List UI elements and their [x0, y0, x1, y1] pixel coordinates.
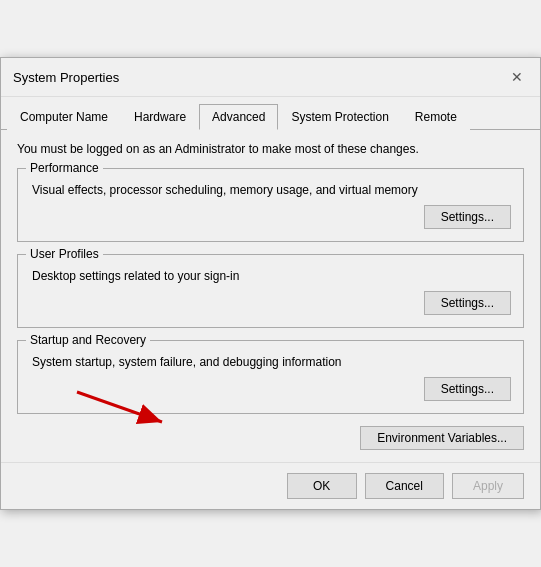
cancel-button[interactable]: Cancel	[365, 473, 444, 499]
environment-variables-button[interactable]: Environment Variables...	[360, 426, 524, 450]
system-properties-window: System Properties ✕ Computer Name Hardwa…	[0, 57, 541, 510]
tab-content: You must be logged on as an Administrato…	[1, 130, 540, 462]
tab-computer-name[interactable]: Computer Name	[7, 104, 121, 130]
performance-settings-button[interactable]: Settings...	[424, 205, 511, 229]
close-button[interactable]: ✕	[506, 66, 528, 88]
arrow-area: Environment Variables...	[17, 426, 524, 450]
performance-btn-row: Settings...	[30, 205, 511, 229]
startup-recovery-label: Startup and Recovery	[26, 333, 150, 347]
footer: OK Cancel Apply	[1, 462, 540, 509]
ok-button[interactable]: OK	[287, 473, 357, 499]
env-variables-row: Environment Variables...	[17, 426, 524, 450]
tab-remote[interactable]: Remote	[402, 104, 470, 130]
performance-description: Visual effects, processor scheduling, me…	[30, 183, 511, 197]
admin-note: You must be logged on as an Administrato…	[17, 142, 524, 156]
startup-recovery-settings-button[interactable]: Settings...	[424, 377, 511, 401]
performance-group: Performance Visual effects, processor sc…	[17, 168, 524, 242]
tab-hardware[interactable]: Hardware	[121, 104, 199, 130]
user-profiles-group: User Profiles Desktop settings related t…	[17, 254, 524, 328]
startup-recovery-description: System startup, system failure, and debu…	[30, 355, 511, 369]
arrow-icon	[67, 382, 187, 432]
apply-button[interactable]: Apply	[452, 473, 524, 499]
window-title: System Properties	[13, 70, 119, 85]
svg-line-1	[77, 392, 162, 422]
user-profiles-description: Desktop settings related to your sign-in	[30, 269, 511, 283]
user-profiles-btn-row: Settings...	[30, 291, 511, 315]
user-profiles-label: User Profiles	[26, 247, 103, 261]
tab-bar: Computer Name Hardware Advanced System P…	[1, 97, 540, 130]
user-profiles-settings-button[interactable]: Settings...	[424, 291, 511, 315]
tab-advanced[interactable]: Advanced	[199, 104, 278, 130]
performance-label: Performance	[26, 161, 103, 175]
title-bar: System Properties ✕	[1, 58, 540, 97]
tab-system-protection[interactable]: System Protection	[278, 104, 401, 130]
